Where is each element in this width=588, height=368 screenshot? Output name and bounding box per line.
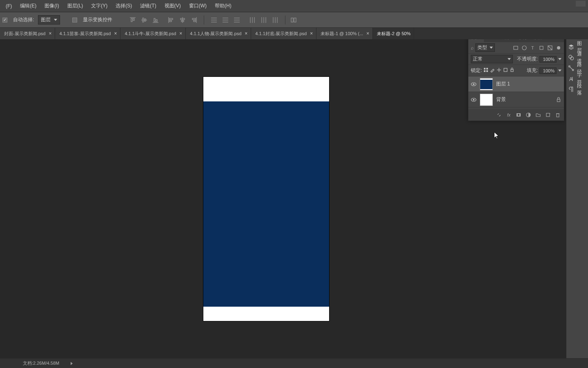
canvas-white-top	[203, 77, 329, 101]
lock-all-icon[interactable]	[510, 67, 514, 74]
distribute-hcenter-icon[interactable]	[260, 16, 268, 24]
align-vcenter-icon[interactable]	[140, 16, 148, 24]
layer-thumbnail[interactable]	[480, 78, 493, 90]
auto-select-label: 自动选择:	[13, 16, 34, 23]
align-left-icon[interactable]	[167, 16, 175, 24]
panel-menu-icon[interactable]: ≡	[559, 39, 562, 40]
align-bottom-icon[interactable]	[151, 16, 160, 24]
document-tab[interactable]: 4.1.1苗寨-展示类新闻.psd ×	[55, 28, 120, 39]
status-caret-icon[interactable]	[71, 362, 73, 365]
lock-artboard-icon[interactable]	[503, 67, 508, 74]
menu-select[interactable]: 选择(S)	[111, 0, 136, 12]
align-hcenter-icon[interactable]	[178, 16, 187, 24]
menu-help[interactable]: 帮助(H)	[211, 0, 236, 12]
panel-tab-layers[interactable]: 图层	[468, 39, 484, 42]
layer-row[interactable]: 背景	[468, 92, 564, 108]
lock-pixels-icon[interactable]	[483, 67, 488, 74]
filter-type-dropdown[interactable]: 类型	[475, 43, 495, 52]
collapse-icon[interactable]: »	[555, 39, 558, 40]
right-dock: 图层 通道 路径 A 字符 段落	[566, 39, 588, 358]
visibility-icon[interactable]	[471, 81, 477, 87]
filter-shape-icon[interactable]	[539, 45, 544, 51]
svg-rect-46	[486, 68, 488, 70]
auto-select-checkbox[interactable]	[2, 18, 7, 22]
panel-tab-channels[interactable]: 通道	[484, 39, 499, 42]
document-tab[interactable]: 4.1.1人物-展示类新闻.psd ×	[186, 28, 251, 39]
link-layers-icon[interactable]	[496, 112, 502, 118]
blend-mode-dropdown[interactable]: 正常	[471, 55, 513, 63]
canvas-area[interactable]	[0, 39, 532, 358]
minimize-button[interactable]	[576, 1, 586, 7]
fx-icon[interactable]: fx	[506, 112, 512, 118]
layer-thumbnail[interactable]	[480, 94, 493, 106]
distribute-top-icon[interactable]	[210, 16, 218, 24]
close-icon[interactable]: ×	[310, 31, 313, 36]
mask-icon[interactable]	[516, 112, 521, 118]
menu-layer[interactable]: 图层(L)	[63, 0, 87, 12]
distribute-vcenter-icon[interactable]	[221, 16, 229, 24]
menu-filter[interactable]: 滤镜(T)	[136, 0, 160, 12]
svg-point-56	[473, 99, 474, 101]
menu-view[interactable]: 视图(V)	[160, 0, 185, 12]
search-icon[interactable]: ⌕	[471, 45, 474, 51]
new-layer-icon[interactable]	[545, 112, 551, 118]
chevron-down-icon[interactable]	[558, 70, 561, 72]
filter-smart-icon[interactable]	[547, 45, 553, 51]
distribute-right-icon[interactable]	[271, 16, 279, 24]
document-tab[interactable]: 4.1.1封底-展示类新闻.psd ×	[251, 28, 316, 39]
tab-label: 4.1.1封底-展示类新闻.psd	[255, 31, 307, 37]
layer-row[interactable]: 图层 1	[468, 76, 564, 92]
fill-input[interactable]	[539, 67, 557, 74]
lock-brush-icon[interactable]	[490, 67, 495, 74]
opacity-input[interactable]	[539, 56, 557, 63]
filter-pixel-icon[interactable]	[513, 45, 519, 51]
document-tab[interactable]: 4.1.1斗牛-展示类新闻.psd ×	[120, 28, 186, 39]
lock-position-icon[interactable]	[497, 67, 501, 74]
panel-tab-character[interactable]: 字符	[515, 39, 530, 42]
close-icon[interactable]: ×	[49, 31, 51, 36]
svg-line-43	[548, 46, 552, 50]
close-icon[interactable]: ×	[366, 31, 369, 36]
show-transform-checkbox[interactable]	[72, 18, 77, 22]
align-right-icon[interactable]	[190, 16, 198, 24]
document-canvas[interactable]	[203, 77, 329, 321]
menu-window[interactable]: 窗口(W)	[185, 0, 211, 12]
menu-type[interactable]: 文字(Y)	[87, 0, 111, 12]
dock-paragraph[interactable]: 段落	[566, 84, 588, 95]
auto-align-icon[interactable]	[290, 16, 298, 24]
svg-point-59	[517, 114, 520, 116]
close-icon[interactable]: ×	[245, 31, 247, 36]
filter-type-icon[interactable]: T	[530, 45, 536, 51]
menu-image[interactable]: 图像(I)	[40, 0, 63, 12]
distribute-left-icon[interactable]	[248, 16, 256, 24]
svg-rect-66	[569, 66, 570, 67]
auto-select-target-dropdown[interactable]: 图层	[38, 15, 60, 25]
trash-icon[interactable]	[555, 112, 561, 118]
svg-rect-11	[169, 20, 172, 22]
options-bar: 自动选择: 图层 显示变换控件	[0, 12, 588, 28]
distribute-group-1	[208, 16, 243, 24]
panel-tab-paragraph[interactable]: 段落	[530, 39, 546, 42]
filter-adjustment-icon[interactable]	[521, 45, 527, 51]
menu-edit[interactable]: 编辑(E)	[16, 0, 40, 12]
paragraph-icon	[568, 86, 575, 93]
group-icon[interactable]	[535, 112, 541, 118]
panel-tab-paths[interactable]: 路径	[499, 39, 515, 42]
adjustment-icon[interactable]	[526, 112, 531, 118]
document-tab[interactable]: 未标题-1 @ 100% (... ×	[316, 28, 373, 39]
close-icon[interactable]: ×	[114, 31, 117, 36]
filter-toggle-icon[interactable]	[556, 45, 561, 51]
menu-file[interactable]: (F)	[2, 0, 16, 12]
chevron-down-icon[interactable]	[558, 58, 561, 60]
svg-text:T: T	[531, 45, 534, 50]
svg-rect-45	[484, 68, 486, 70]
document-tab[interactable]: 未标题-2 @ 50%	[373, 28, 414, 39]
align-top-icon[interactable]	[129, 16, 137, 24]
layer-name[interactable]: 背景	[496, 96, 552, 103]
visibility-icon[interactable]	[471, 97, 477, 103]
layer-name[interactable]: 图层 1	[496, 81, 561, 88]
close-icon[interactable]: ×	[179, 31, 182, 36]
tab-label: 未标题-2 @ 50%	[377, 31, 410, 37]
document-tab[interactable]: 封面-展示类新闻.psd ×	[0, 28, 55, 39]
distribute-bottom-icon[interactable]	[233, 16, 241, 24]
